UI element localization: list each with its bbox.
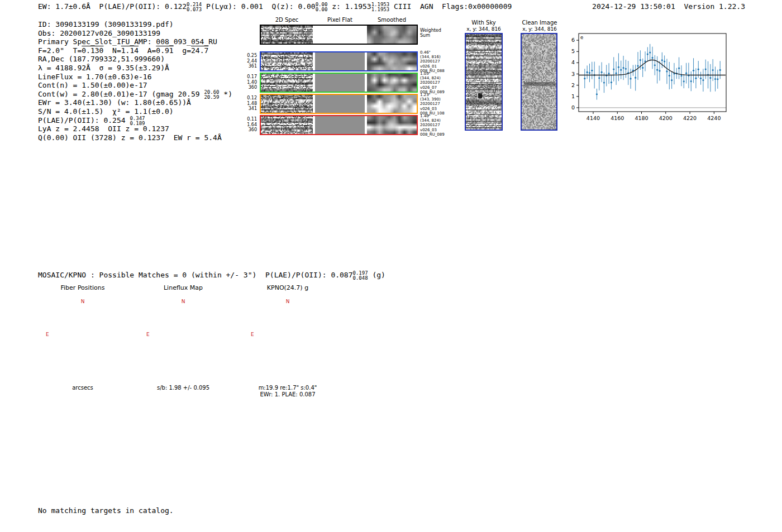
spec2d-col-title-smoothed: Smoothed — [367, 17, 417, 23]
info-line: F=2.0" T=0.130 N=1.14 A=0.91 g=24.7 — [38, 46, 232, 55]
spec2d-cell-noise — [261, 52, 313, 70]
report-timestamp: 2024-12-29 13:50:01 Version 1.22.3 — [592, 2, 745, 11]
spec2d-row-weights: 0.171.40360 — [238, 74, 257, 90]
lineflux-map-panel: Lineflux Map N E s/b: 1.98 +/- 0.095 — [144, 297, 222, 375]
spec2d-cell-noise — [261, 116, 313, 134]
stacked-uncertainty: 0.1970.048 — [353, 271, 368, 281]
spec2d-row — [260, 94, 418, 114]
spec2d-row-weights: 0.252.44361 — [238, 53, 257, 69]
spec2d-cell-smooth — [367, 26, 417, 44]
svg-text:0: 0 — [571, 104, 575, 111]
info-line: LyA z = 2.4458 OII z = 0.1237 — [38, 124, 232, 133]
lineflux-map-overlay — [144, 297, 222, 375]
clean-image-coords: x, y: 344, 816 — [519, 26, 560, 32]
with-sky-coords: x, y: 344, 816 — [464, 26, 504, 32]
spec2d-row — [260, 115, 418, 135]
spec2d-cell-smooth — [367, 74, 417, 92]
kpno-xlabel: m:19.9 re:1.7" s:0.4" — [226, 385, 349, 391]
info-line: Obs: 20200127v026_3090133199 — [38, 29, 232, 38]
svg-text:4200: 4200 — [659, 115, 673, 121]
weighted-sum-line1: Weighted — [420, 28, 441, 33]
spec2d-cell-smooth — [367, 52, 417, 70]
elixer-report: EW: 1.7±0.6Å P(LAE)/P(OII): 0.1220.2140.… — [0, 0, 782, 532]
spec2d-row-meta: 1.23"(343, 390)20200127v026_03008_RU_108 — [420, 93, 460, 116]
spec2d-row-weights: 0.111.64360 — [238, 117, 257, 133]
info-line: Cont(n) = 1.50(±0.00)e-17 — [38, 81, 232, 90]
header-summary: EW: 1.7±0.6Å P(LAE)/P(OII): 0.1220.2140.… — [38, 2, 512, 12]
footer-notes: No matching targets in catalog. Row inte… — [38, 489, 174, 532]
svg-text:4140: 4140 — [586, 115, 600, 121]
svg-text:4220: 4220 — [683, 115, 697, 121]
spec2d-cell-noise — [261, 26, 313, 44]
spec2d-cell-flat — [315, 52, 365, 70]
clean-image — [521, 33, 557, 131]
kpno-title: KPNO(24.7) g — [226, 284, 349, 291]
svg-text:6: 6 — [571, 37, 575, 43]
full-spectrum-chart — [39, 188, 735, 257]
svg-text:4160: 4160 — [611, 115, 624, 121]
compass-east-label: E — [251, 332, 254, 337]
spec2d-cell-smooth — [367, 95, 417, 113]
info-line: RA,Dec (187.799332,51.999660) — [38, 55, 232, 64]
info-line: ID: 3090133199 (3090133199.pdf) — [38, 20, 232, 29]
stacked-uncertainty: 0.2140.073 — [187, 2, 202, 12]
spec2d-row — [260, 25, 418, 45]
spec2d-cell-flat — [315, 95, 365, 113]
info-line: LineFlux = 1.70(±0.63)e-16 — [38, 73, 232, 82]
compass-north-label: N — [249, 299, 327, 304]
info-block: ID: 3090133199 (3090133199.pdf)Obs: 2020… — [38, 20, 232, 142]
spec2d-row-weights: 0.121.48341 — [238, 95, 257, 112]
svg-text:5: 5 — [571, 48, 575, 54]
kpno-panel: KPNO(24.7) g N E m:19.9 re:1.7" s:0.4" E… — [249, 297, 327, 375]
info-line: λ = 4188.92Å σ = 9.35(±3.29)Å — [38, 64, 232, 73]
svg-text:3: 3 — [571, 71, 575, 77]
spec2d-row-meta: 1.40"(344, 824)20200127v026_03008_RU_089 — [420, 114, 460, 137]
stacked-uncertainty: 0.000.00 — [316, 2, 328, 12]
stacked-uncertainty: 1.19531.1953 — [371, 2, 390, 12]
info-line: S/N = 4.0(±1.5) χ² = 1.1(±0.0) — [38, 107, 232, 116]
svg-text:4180: 4180 — [635, 115, 648, 121]
spec2d-cell-smooth — [367, 116, 417, 134]
info-line: Cont(w) = 2.80(±0.01)e-17 (gmag 20.59 20… — [38, 90, 232, 99]
weighted-sum-line2: Sum — [420, 33, 441, 38]
with-sky-image — [465, 33, 503, 131]
clean-image-title: Clean Image — [519, 20, 560, 26]
svg-text:1: 1 — [571, 93, 575, 99]
compass-east-label: E — [46, 332, 49, 337]
weighted-sum-label: Weighted Sum — [420, 28, 441, 38]
fiber-positions-panel: Fiber Positions N E arcsecs — [44, 297, 122, 375]
spec2d-cell-flat — [315, 116, 365, 134]
spec2d-col-title-2dspec: 2D Spec — [261, 17, 313, 23]
kpno-overlay — [249, 297, 327, 375]
spec2d-row — [260, 51, 418, 71]
footer-line1: No matching targets in catalog. — [38, 506, 174, 515]
svg-text:e: e — [580, 35, 583, 40]
svg-text:4240: 4240 — [707, 115, 721, 121]
line-fit-chart: 0123456414041604180420042204240e — [559, 28, 743, 127]
svg-text:4: 4 — [571, 59, 575, 65]
spec2d-col-title-pixelflat: Pixel Flat — [315, 17, 365, 23]
compass-east-label: E — [146, 332, 150, 337]
spec2d-cell-noise — [261, 95, 313, 113]
compass-north-label: N — [44, 299, 122, 304]
fiber-positions-overlay — [44, 297, 122, 375]
spec2d-cell-noise — [261, 74, 313, 92]
info-line: P(LAE)/P(OII): 0.254 0.3470.189 — [38, 116, 232, 125]
compass-north-label: N — [144, 299, 222, 304]
mosaic-match-line: MOSAIC/KPNO : Possible Matches = 0 (with… — [38, 271, 385, 281]
info-line: Primary Spec_Slot_IFU_AMP: 008_093_054_R… — [38, 37, 232, 46]
spec2d-row-meta: 1.05"(344, 824)20200127v026_07008_RU_089 — [420, 71, 460, 94]
info-line: EWr = 3.40(±1.30) (w: 1.80(±0.65))Å — [38, 98, 232, 107]
svg-text:2: 2 — [571, 82, 575, 88]
spec2d-row-meta: 0.46"(344, 816)20200127v026_01008_RU_088 — [420, 50, 460, 73]
spec2d-cell-flat — [315, 74, 365, 92]
spec2d-row — [260, 73, 418, 93]
info-line: Q(0.00) OII (3728) z = 0.1237 EW r = 5.4… — [38, 133, 232, 142]
kpno-xlabel2: EWr: 1. PLAE: 0.087 — [226, 391, 349, 397]
with-sky-title: With Sky — [464, 20, 504, 26]
stacked-uncertainty: 20.6020.59 — [204, 90, 219, 100]
